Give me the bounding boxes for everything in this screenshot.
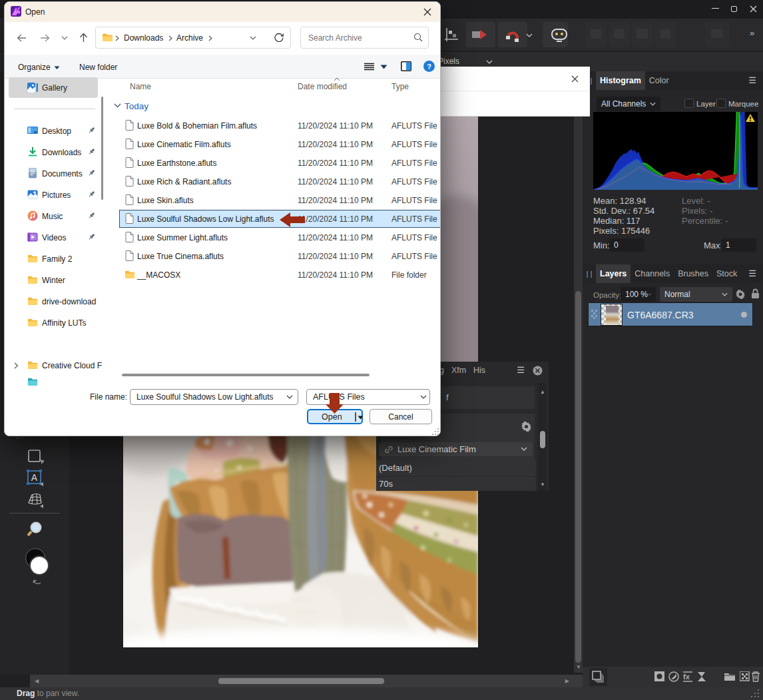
svg-text:A: A bbox=[31, 472, 38, 483]
svg-text:fx: fx bbox=[683, 673, 690, 681]
svg-text:?: ? bbox=[427, 63, 431, 71]
